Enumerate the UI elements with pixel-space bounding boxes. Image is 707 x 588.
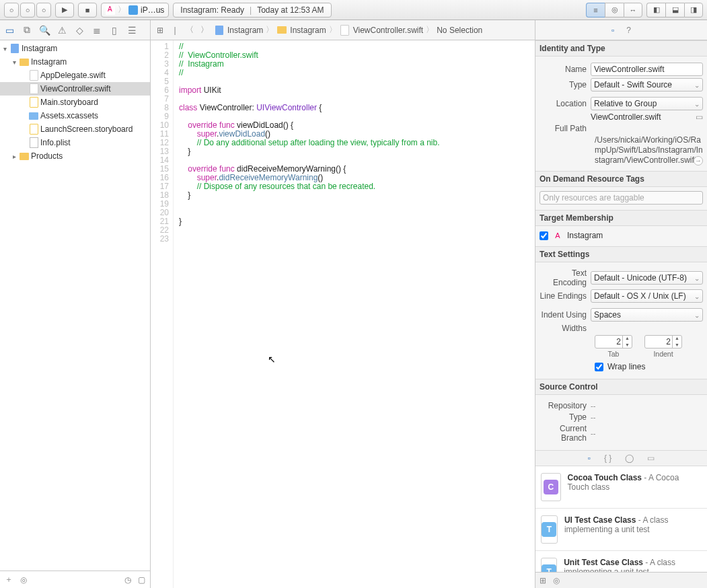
- storyboard-file-icon: [28, 97, 39, 108]
- code-content[interactable]: //// ViewController.swift// Instagram//i…: [174, 40, 440, 588]
- chevron-down-icon[interactable]: ▾: [1, 45, 8, 52]
- odr-header: On Demand Resource Tags: [535, 171, 707, 187]
- stepper-icon[interactable]: ▲▼: [672, 335, 681, 348]
- breadcrumb[interactable]: Instagram 〉 Instagram 〉 ViewController.s…: [214, 24, 482, 36]
- app-icon: A: [552, 230, 563, 241]
- tree-group-row[interactable]: ▾ Instagram: [0, 55, 150, 69]
- tab-width-field[interactable]: 2▲▼: [595, 335, 632, 348]
- navigator-footer: ＋ ◎ ◷ ▢: [0, 571, 150, 588]
- location-select[interactable]: Relative to Group: [591, 97, 703, 110]
- endings-select[interactable]: Default - OS X / Unix (LF): [591, 289, 703, 303]
- target-checkbox[interactable]: [539, 231, 548, 240]
- window-close-icon[interactable]: ○: [4, 3, 19, 17]
- tree-file-row[interactable]: Main.storyboard: [0, 96, 150, 109]
- tree-file-row[interactable]: Info.plist: [0, 136, 150, 149]
- type-select[interactable]: Default - Swift Source: [591, 78, 703, 91]
- scheme-selector[interactable]: 〉 iP…us: [101, 3, 169, 17]
- project-navigator-icon[interactable]: ▭: [4, 25, 15, 36]
- encoding-select[interactable]: Default - Unicode (UTF-8): [591, 271, 703, 285]
- folder-icon: [276, 25, 287, 36]
- file-inspector-tab[interactable]: ▫: [611, 26, 614, 35]
- location-label: Location: [539, 99, 591, 108]
- add-button[interactable]: ＋: [4, 574, 13, 585]
- toggle-navigator-button[interactable]: ◧: [646, 3, 665, 17]
- identity-section: Name ViewController.swift Type Default -…: [535, 57, 707, 171]
- name-field[interactable]: ViewController.swift: [591, 63, 703, 76]
- object-library-icon[interactable]: ◯: [625, 453, 634, 463]
- window-min-icon[interactable]: ○: [20, 3, 35, 17]
- version-editor-button[interactable]: ↔: [624, 3, 642, 17]
- stepper-icon[interactable]: ▲▼: [622, 335, 632, 348]
- standard-editor-button[interactable]: ≡: [586, 3, 605, 17]
- wrap-lines-checkbox[interactable]: Wrap lines: [595, 362, 645, 371]
- tree-group-label: Instagram: [31, 57, 67, 67]
- tree-file-row[interactable]: AppDelegate.swift: [0, 69, 150, 82]
- editor-column: ⊞ | 〈 〉 Instagram 〉 Instagram 〉 ViewCont…: [151, 20, 535, 588]
- storyboard-file-icon: [28, 124, 39, 135]
- chevron-right-icon[interactable]: ▸: [11, 153, 17, 160]
- test-navigator-icon[interactable]: ◇: [74, 25, 85, 36]
- wrap-label: Wrap lines: [607, 362, 645, 371]
- tree-file-label: AppDelegate.swift: [40, 71, 106, 80]
- activity-status: Instagram: Ready | Today at 12:53 AM: [173, 3, 331, 17]
- file-template-library-icon[interactable]: ▫: [588, 453, 591, 463]
- indent-label: Indent Using: [539, 310, 591, 320]
- filter-icon[interactable]: ◎: [19, 575, 28, 585]
- grid-view-icon[interactable]: ⊞: [539, 576, 546, 585]
- code-editor[interactable]: 1234567891011121314151617181920212223 //…: [151, 40, 535, 588]
- symbol-navigator-icon[interactable]: ⧉: [22, 25, 32, 36]
- library-item[interactable]: TUI Test Case Class - A class implementi…: [535, 509, 707, 551]
- inspector-tabs: ▫ ?: [535, 20, 707, 40]
- tree-project-row[interactable]: ▾ Instagram: [0, 42, 150, 55]
- editor-mode-segment: ≡ ◎ ↔: [586, 3, 642, 17]
- chevron-down-icon[interactable]: ▾: [11, 59, 17, 66]
- indent-width-field[interactable]: 2▲▼: [644, 335, 682, 348]
- toggle-inspector-button[interactable]: ◨: [684, 3, 703, 17]
- scm-filter-icon[interactable]: ▢: [137, 575, 146, 585]
- crumb-label: Instagram: [227, 26, 263, 35]
- status-text: Instagram: Ready: [180, 5, 244, 15]
- location-file: ViewController.swift: [591, 112, 693, 122]
- recent-filter-icon[interactable]: ◷: [123, 575, 133, 585]
- app-icon: [106, 5, 115, 15]
- run-button[interactable]: ▶: [55, 3, 74, 17]
- toggle-debug-button[interactable]: ⬓: [665, 3, 684, 17]
- quick-help-tab[interactable]: ?: [626, 26, 631, 35]
- tree-file-label: Assets.xcassets: [40, 111, 98, 120]
- library-item[interactable]: TUnit Test Case Class - A class implemen…: [535, 551, 707, 572]
- tree-file-row[interactable]: ViewController.swift: [0, 82, 150, 96]
- related-items-icon[interactable]: ⊞: [155, 25, 165, 36]
- back-button[interactable]: 〈: [184, 25, 195, 36]
- tree-file-row[interactable]: LaunchScreen.storyboard: [0, 122, 150, 136]
- tree-products-row[interactable]: ▸ Products: [0, 149, 150, 163]
- assistant-editor-button[interactable]: ◎: [605, 3, 624, 17]
- project-tree[interactable]: ▾ Instagram ▾ Instagram AppDelegate.swif…: [0, 40, 150, 571]
- choose-folder-icon[interactable]: ▭: [696, 112, 703, 122]
- window-zoom-icon[interactable]: ○: [36, 3, 51, 17]
- indent-width-label: Indent: [653, 350, 673, 358]
- media-library-icon[interactable]: ▭: [647, 453, 655, 463]
- filter-icon[interactable]: ◎: [553, 576, 560, 585]
- forward-button[interactable]: 〉: [199, 25, 210, 36]
- find-navigator-icon[interactable]: 🔍: [39, 25, 50, 36]
- indent-select[interactable]: Spaces: [591, 308, 703, 322]
- stop-button[interactable]: ■: [78, 3, 97, 17]
- crumb-label: No Selection: [437, 26, 482, 35]
- reveal-in-finder-icon[interactable]: →: [694, 156, 703, 166]
- encoding-label: Text Encoding: [539, 268, 591, 287]
- breakpoint-navigator-icon[interactable]: ▯: [109, 25, 120, 36]
- code-snippet-library-icon[interactable]: { }: [604, 453, 611, 463]
- target-label: Instagram: [567, 231, 603, 240]
- toolbar: ○ ○ ○ ▶ ■ 〉 iP…us Instagram: Ready | Tod…: [0, 0, 707, 20]
- template-icon: C: [541, 473, 561, 501]
- library-item[interactable]: CCocoa Touch Class - A Cocoa Touch class: [535, 466, 707, 509]
- tree-file-row[interactable]: Assets.xcassets: [0, 109, 150, 122]
- target-membership-item[interactable]: A Instagram: [539, 230, 703, 241]
- library-list[interactable]: CCocoa Touch Class - A Cocoa Touch class…: [535, 466, 707, 572]
- swift-file-icon: [340, 25, 350, 36]
- report-navigator-icon[interactable]: ☰: [126, 25, 137, 36]
- tree-file-label: ViewController.swift: [40, 84, 110, 94]
- issue-navigator-icon[interactable]: ⚠: [57, 25, 67, 36]
- library-item-title: Cocoa Touch Class: [568, 473, 642, 482]
- debug-navigator-icon[interactable]: ≣: [91, 25, 102, 36]
